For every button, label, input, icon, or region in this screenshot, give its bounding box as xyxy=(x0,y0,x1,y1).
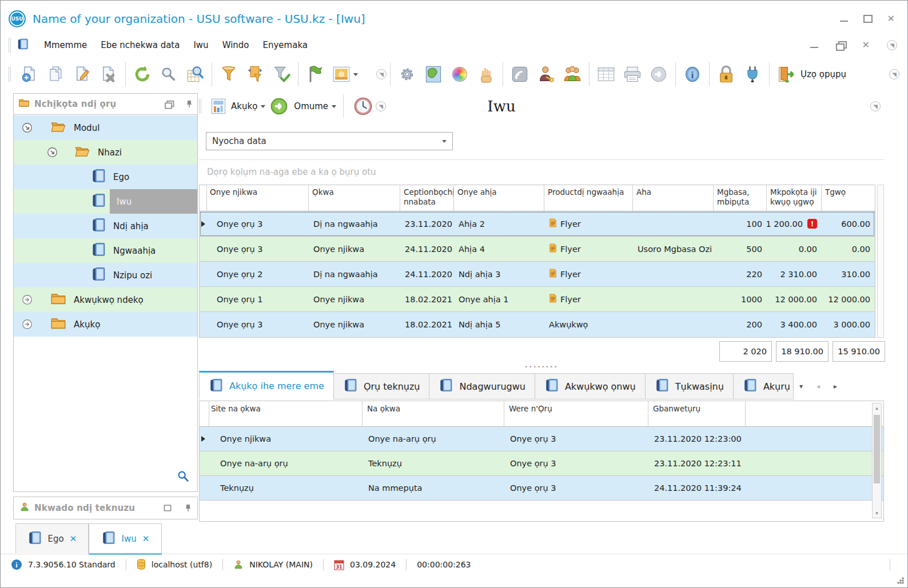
view-collapse-icon[interactable]: ◥ xyxy=(870,101,881,111)
menu-item-database[interactable]: Ebe nchekwa data xyxy=(94,37,186,54)
close-tab-icon[interactable]: ✕ xyxy=(142,534,150,544)
pin-icon[interactable] xyxy=(186,100,193,108)
tab-history[interactable]: Akụkọ ihe mere eme xyxy=(199,371,334,399)
users-icon[interactable] xyxy=(559,61,586,88)
panel-maximize-icon[interactable] xyxy=(164,505,172,511)
toolbar-collapse-icon[interactable]: ◥ xyxy=(376,69,387,79)
table-row[interactable]: Onye ọrụ 3 Dị na ngwaahịa 23.11.2020 Ahị… xyxy=(200,211,875,237)
image-icon[interactable] xyxy=(328,61,361,88)
copy-record-icon[interactable] xyxy=(43,61,69,88)
tab-technical-task[interactable]: Ọrụ teknụzụ xyxy=(334,373,430,399)
tree-item-iwu-selected[interactable]: Iwu xyxy=(14,189,197,214)
close-tab-icon[interactable]: ✕ xyxy=(70,534,77,544)
mdi-restore-icon[interactable] xyxy=(836,41,845,49)
menu-item-mmemme[interactable]: Mmemme xyxy=(37,37,94,54)
mdi-close-icon[interactable]: ✕ xyxy=(862,41,870,49)
table-row[interactable]: Onye ọrụ 2 Dị na ngwaahịa 24.11.2020 Ndị… xyxy=(200,262,875,287)
toolbar-grip-2[interactable] xyxy=(9,67,11,82)
column-header-product[interactable]: Productdị ngwaahịa xyxy=(544,185,633,211)
pin-icon[interactable] xyxy=(185,504,192,512)
report-button-label[interactable]: Akụkọ xyxy=(231,101,257,111)
refresh-icon[interactable] xyxy=(129,61,156,88)
action-caret[interactable] xyxy=(332,105,336,108)
toolbar-grip-3[interactable] xyxy=(199,99,201,114)
plug-icon[interactable] xyxy=(739,61,766,88)
map-icon[interactable] xyxy=(420,61,447,88)
hand-icon[interactable] xyxy=(473,61,499,88)
tree-item-akuko[interactable]: Akụkọ xyxy=(14,312,197,337)
user-key-icon[interactable] xyxy=(533,61,559,88)
close-icon[interactable]: ✕ xyxy=(887,15,895,23)
wintab-iwu[interactable]: Iwu ✕ xyxy=(89,523,162,553)
menu-item-windo[interactable]: Windo xyxy=(216,37,256,54)
flag-icon[interactable] xyxy=(302,61,328,88)
add-record-icon[interactable] xyxy=(17,61,43,88)
maximize-icon[interactable] xyxy=(863,15,873,23)
tree-item-modul[interactable]: Modul xyxy=(14,115,197,140)
clock-icon[interactable] xyxy=(351,93,376,120)
data-analysis-combobox[interactable]: Nyocha data xyxy=(206,132,453,150)
tab-akuru[interactable]: Akụrụ xyxy=(734,373,794,399)
image-dropdown-caret[interactable] xyxy=(353,73,358,76)
table-row[interactable]: Onye ọrụ 1 Onye njikwa 18.02.2021 Onye a… xyxy=(200,287,875,312)
tab-tukwasinu[interactable]: Tụkwasịnụ xyxy=(646,373,734,399)
exit-label[interactable]: Ụzọ ọpụpụ xyxy=(801,69,846,79)
selected-tree-item[interactable]: Iwu xyxy=(110,189,197,214)
resize-grip[interactable] xyxy=(897,577,904,584)
ribbon-collapse-icon[interactable]: ◥ xyxy=(887,40,897,50)
column-header-paid[interactable]: Tgwọ xyxy=(822,185,875,211)
column-header-from-status[interactable]: Site na ọkwa xyxy=(206,401,363,426)
tab-akwukwo-onwu[interactable]: Akwụkwọ ọnwụ xyxy=(535,373,646,399)
tree-search-icon[interactable] xyxy=(177,470,189,485)
column-header-client[interactable]: Onye ahịa xyxy=(454,185,544,211)
go-arrow-icon[interactable] xyxy=(646,61,672,88)
table-row[interactable]: Teknụzụ Na mmepụta Onye ọrụ 3 24.11.2020… xyxy=(200,476,883,501)
tree-item-nhazi[interactable]: Nhazi xyxy=(14,140,197,165)
column-header-name[interactable]: Aha xyxy=(633,185,714,211)
tree-item-akwukwo-ndeko[interactable]: Akwụkwọ ndekọ xyxy=(14,287,197,312)
combobox-caret[interactable] xyxy=(442,140,447,143)
scroll-down-icon[interactable]: ▾ xyxy=(873,509,881,518)
column-header-qty[interactable]: Mgbasa, mbipụta xyxy=(714,185,767,211)
color-wheel-icon[interactable] xyxy=(447,61,473,88)
tree-item-nzipu-ozi[interactable]: Nzipu ozi xyxy=(14,263,197,287)
wintab-ego[interactable]: Ego ✕ xyxy=(15,523,89,553)
tab-scroll-left-icon[interactable]: ◂ xyxy=(817,382,820,390)
toolbar-grip[interactable] xyxy=(9,38,11,53)
lock-icon[interactable] xyxy=(713,61,739,88)
filter-icon[interactable] xyxy=(216,61,242,88)
edit-record-icon[interactable] xyxy=(69,61,95,88)
viewbar-collapse-icon[interactable]: ◥ xyxy=(376,101,386,111)
search-icon[interactable] xyxy=(156,61,182,88)
column-header-amount[interactable]: Mkpokọta iji kwụọ ụgwọ xyxy=(767,185,822,211)
collapse-node-icon[interactable] xyxy=(47,147,58,158)
delete-record-icon[interactable] xyxy=(95,61,122,88)
table-row[interactable]: Onye ọrụ 3 Onye njikwa 24.11.2020 Ahịa 4… xyxy=(200,237,875,262)
column-header-manager[interactable]: Onye njikwa xyxy=(206,185,309,211)
tree-item-ndi-ahia[interactable]: Ndị ahịa xyxy=(14,214,197,238)
filter-apply-icon[interactable] xyxy=(268,61,294,88)
report-caret[interactable] xyxy=(261,105,265,108)
column-header-status[interactable]: Ọkwa xyxy=(309,185,400,211)
tab-scroll-right-icon[interactable]: ▸ xyxy=(834,382,837,390)
horizontal-splitter[interactable]: •••••••• xyxy=(199,364,884,370)
column-header-taken-by[interactable]: Were n'Ọrụ xyxy=(504,401,648,426)
mdi-minimize-icon[interactable] xyxy=(810,41,819,49)
report-icon[interactable] xyxy=(207,93,230,120)
scrollbar-thumb[interactable] xyxy=(874,415,880,483)
table-icon[interactable] xyxy=(593,61,619,88)
table-row[interactable]: Onye na-arụ ọrụ Teknụzụ Onye ọrụ 3 23.11… xyxy=(200,451,883,476)
table-row[interactable]: Onye ọrụ 3 Onye njikwa 18.02.2021 Ndị ah… xyxy=(200,312,875,337)
expand-node-icon[interactable] xyxy=(22,319,33,330)
action-button-label[interactable]: Omume xyxy=(294,101,328,111)
expand-node-icon[interactable] xyxy=(22,294,33,305)
minimize-icon[interactable] xyxy=(839,15,849,23)
menu-item-enyemaka[interactable]: Enyemaka xyxy=(256,37,315,54)
action-icon[interactable] xyxy=(265,93,293,120)
exit-door-icon[interactable] xyxy=(773,61,799,88)
history-scrollbar[interactable]: ▴ ▾ xyxy=(872,403,882,518)
menu-item-iwu[interactable]: Iwu xyxy=(186,37,215,54)
collapse-node-icon[interactable] xyxy=(22,122,33,133)
tab-list-dropdown-icon[interactable]: ▾ xyxy=(799,382,803,390)
scroll-up-icon[interactable]: ▴ xyxy=(873,403,881,413)
